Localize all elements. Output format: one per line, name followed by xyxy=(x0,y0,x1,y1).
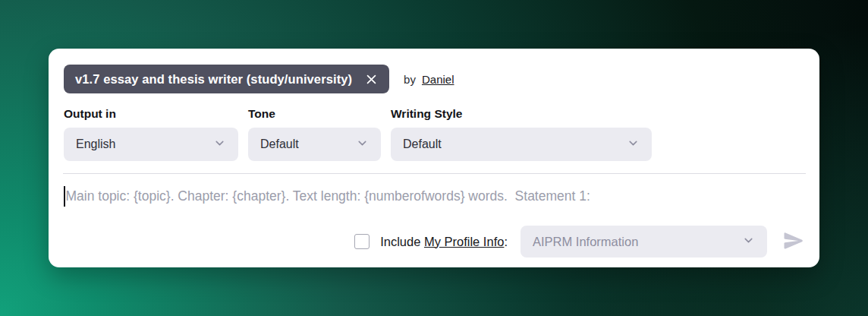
prompt-card: v1.7 essay and thesis writer (study/univ… xyxy=(49,49,819,267)
field-output-in: Output in English xyxy=(64,107,238,161)
prompt-badge-label: v1.7 essay and thesis writer (study/univ… xyxy=(75,72,352,87)
include-profile-label: Include My Profile Info: xyxy=(380,235,508,249)
writing-style-value: Default xyxy=(403,137,442,151)
profile-source-select[interactable]: AIPRM Information xyxy=(520,226,767,258)
my-profile-info-link[interactable]: My Profile Info xyxy=(424,235,504,248)
field-label-tone: Tone xyxy=(248,107,381,121)
chevron-down-icon xyxy=(356,137,369,153)
text-cursor xyxy=(64,186,65,207)
output-in-select[interactable]: English xyxy=(64,128,238,161)
field-writing-style: Writing Style Default xyxy=(391,107,652,161)
selector-fields: Output in English Tone Default Writing S… xyxy=(64,107,652,161)
include-prefix: Include xyxy=(380,235,424,248)
author-link[interactable]: Daniel xyxy=(422,73,454,86)
writing-style-select[interactable]: Default xyxy=(391,128,652,161)
chevron-down-icon xyxy=(213,137,226,153)
prompt-title-row: v1.7 essay and thesis writer (study/univ… xyxy=(64,65,804,93)
profile-source-value: AIPRM Information xyxy=(533,235,638,249)
chevron-down-icon xyxy=(742,234,755,250)
close-icon[interactable] xyxy=(364,72,378,86)
include-profile-checkbox[interactable] xyxy=(354,234,370,249)
footer-row: Include My Profile Info: AIPRM Informati… xyxy=(354,226,806,258)
send-button[interactable] xyxy=(782,229,806,254)
include-suffix: : xyxy=(504,235,508,248)
field-tone: Tone Default xyxy=(248,107,381,161)
chevron-down-icon xyxy=(627,137,640,153)
tone-select[interactable]: Default xyxy=(248,128,381,161)
tone-value: Default xyxy=(260,137,299,151)
field-label-writing-style: Writing Style xyxy=(391,107,652,121)
prompt-input-placeholder: Main topic: {topic}. Chapter: {chapter}.… xyxy=(66,188,590,204)
byline: by Daniel xyxy=(404,73,454,86)
prompt-input[interactable]: Main topic: {topic}. Chapter: {chapter}.… xyxy=(64,185,804,207)
divider xyxy=(63,173,806,174)
prompt-badge: v1.7 essay and thesis writer (study/univ… xyxy=(64,65,389,93)
output-in-value: English xyxy=(76,137,115,151)
field-label-output-in: Output in xyxy=(64,107,238,121)
app-background: { "card": { "badge": { "label": "v1.7 es… xyxy=(0,0,868,316)
byline-prefix: by xyxy=(404,73,416,86)
send-icon xyxy=(782,229,805,254)
